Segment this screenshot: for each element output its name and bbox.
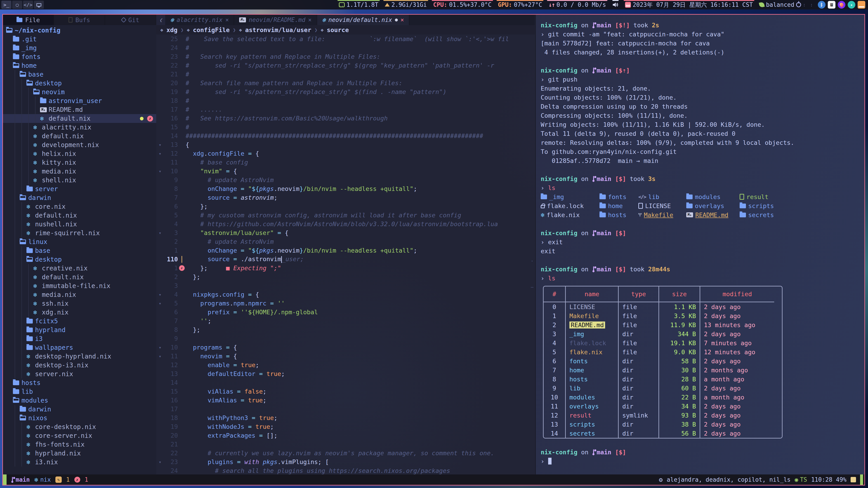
code-area[interactable]: · – 25# Save the selected text to a file… xyxy=(156,35,535,475)
tree-item[interactable]: neovim xyxy=(3,88,156,96)
code-line[interactable]: 7 source = astronvim; xyxy=(156,193,535,202)
tree-item[interactable]: wallpapers xyxy=(3,343,156,352)
code-line[interactable]: ▾13{ xyxy=(156,140,535,149)
tree-item[interactable]: ❄kitty.nix xyxy=(3,158,156,167)
tree-item[interactable]: desktop xyxy=(3,255,156,264)
tree-item[interactable]: ❄desktop-i3.nix xyxy=(3,361,156,369)
workspace-monitor-icon[interactable] xyxy=(34,1,44,9)
tree-item[interactable]: ~/nix-config xyxy=(3,26,156,35)
code-line[interactable]: 1✗ }; ■ Expecting ";" xyxy=(156,264,535,272)
tree-item[interactable]: ❄default.nix xyxy=(3,211,156,220)
neotree-tab-git[interactable]: Git xyxy=(105,15,156,25)
fold-chevron-icon[interactable]: ▾ xyxy=(156,142,164,148)
code-line[interactable]: 7 ''; xyxy=(156,317,535,325)
code-line[interactable]: 11 # base config xyxy=(156,158,535,167)
tree-item[interactable]: fonts xyxy=(3,53,156,61)
tree-item[interactable]: ❄default.nix xyxy=(3,132,156,140)
neotree-tab-file[interactable]: File xyxy=(3,15,54,25)
rime-input-icon[interactable]: Ш xyxy=(828,1,835,8)
code-line[interactable]: 15# xyxy=(156,123,535,131)
tree-item[interactable]: fcitx5 xyxy=(3,317,156,326)
buffer-tab[interactable]: M↓neovim/README.md× xyxy=(234,15,317,25)
fold-chevron-icon[interactable]: ▾ xyxy=(156,301,164,306)
tree-item[interactable]: nixos xyxy=(3,414,156,422)
code-line[interactable]: 9 xyxy=(156,334,535,343)
tree-item[interactable]: desktop xyxy=(3,79,156,88)
breadcrumb-item[interactable]: source xyxy=(327,26,349,33)
code-line[interactable]: 16# See https://astronvim.com/Basic%20Us… xyxy=(156,114,535,123)
tree-item[interactable]: ❄development.nix xyxy=(3,140,156,149)
code-line[interactable]: 3 xyxy=(156,281,535,290)
code-line[interactable]: 18 withPython3 = true; xyxy=(156,414,535,422)
code-line[interactable]: 25# Save the selected text to a file: `:… xyxy=(156,35,535,43)
power-profile[interactable]: balanced : : xyxy=(756,0,817,9)
tree-item[interactable]: ❄server.nix xyxy=(3,369,156,379)
code-line[interactable]: 6 }; xyxy=(156,202,535,211)
scrollbar-mark[interactable]: · xyxy=(531,258,533,264)
fold-chevron-icon[interactable]: ▾ xyxy=(156,151,164,156)
code-line[interactable]: ▾10 programs = { xyxy=(156,343,535,352)
tree-item[interactable]: ❄alacritty.nix xyxy=(3,123,156,132)
code-line[interactable]: 9 # update AstroNvim xyxy=(156,175,535,184)
code-line[interactable]: 21# xyxy=(156,70,535,78)
code-line[interactable]: 18# xyxy=(156,96,535,105)
volume[interactable] xyxy=(609,0,622,9)
code-line[interactable]: 6 prefix = ''${HOME}/.npm-global xyxy=(156,308,535,317)
code-line[interactable]: 21 xyxy=(156,440,535,449)
tree-item[interactable]: ❄immutable-file.nix xyxy=(3,282,156,290)
code-line[interactable]: 4 # https://github.com/AstroNvim/AstroNv… xyxy=(156,220,535,228)
code-line[interactable]: ▾5 programs.npm.npmrc = '' xyxy=(156,299,535,308)
tabline-scroll-left-icon[interactable]: ❮ xyxy=(156,15,165,25)
tree-item[interactable]: ❄default.nix xyxy=(3,273,156,282)
code-line[interactable]: 20 extraPackages = []; xyxy=(156,431,535,440)
tree-item[interactable]: M↓README.md xyxy=(3,105,156,114)
code-line[interactable]: 8 }; xyxy=(156,325,535,334)
tree-item[interactable]: modules xyxy=(3,396,156,405)
tree-item[interactable]: _img xyxy=(3,43,156,53)
fold-chevron-icon[interactable]: ▾ xyxy=(156,459,164,465)
tree-item[interactable]: .git xyxy=(3,35,156,43)
fold-chevron-icon[interactable]: ▾ xyxy=(156,168,164,174)
code-line[interactable]: 19 withNodeJs = true; xyxy=(156,422,535,431)
tree-item[interactable]: ❄media.nix xyxy=(3,290,156,299)
fold-chevron-icon[interactable]: ▾ xyxy=(156,354,164,359)
code-line[interactable]: 1 onChange = "${pkgs.neovim}/bin/nvim --… xyxy=(156,246,535,255)
workspace-terminal-icon[interactable]: >_ xyxy=(1,1,11,9)
fold-chevron-icon[interactable]: ▾ xyxy=(156,230,164,236)
breadcrumb-item[interactable]: astronvim/lua/user xyxy=(245,26,311,33)
code-line[interactable]: 5 # my cusotom astronvim config, astronv… xyxy=(156,211,535,220)
tree-item[interactable]: darwin xyxy=(3,405,156,414)
tree-item[interactable]: ❄media.nix xyxy=(3,167,156,176)
tree-item[interactable]: ❄nushell.nix xyxy=(3,220,156,229)
tree-item[interactable]: ❄i3.nix xyxy=(3,458,156,466)
code-line[interactable]: 16 vimAlias = true; xyxy=(156,396,535,404)
close-icon[interactable]: × xyxy=(225,17,229,23)
tree-item[interactable]: base xyxy=(3,246,156,255)
tree-item[interactable]: home xyxy=(3,61,156,70)
code-line[interactable]: 2 }; xyxy=(156,272,535,281)
code-line[interactable]: 22 # currently we use lazy.nvim as neovi… xyxy=(156,449,535,457)
code-line[interactable]: 2 # update AstroNvim xyxy=(156,237,535,246)
code-line[interactable]: 22# sed -ri "s/pattern_str/replace_str/g… xyxy=(156,61,535,70)
tree-item[interactable]: ❄desktop-hyprland.nix xyxy=(3,352,156,361)
tree-item[interactable]: hyprland xyxy=(3,326,156,334)
breadcrumb-item[interactable]: xdg xyxy=(166,26,178,33)
code-line[interactable]: ▾12 xdg.configFile = { xyxy=(156,149,535,158)
code-line[interactable]: 8 onChange = "${pkgs.neovim}/bin/nvim --… xyxy=(156,184,535,193)
tree-item[interactable]: ❄core-desktop.nix xyxy=(3,422,156,431)
tree-item[interactable]: ❄fhs-fonts.nix xyxy=(3,440,156,449)
code-line[interactable]: ▾23 plugins = with pkgs.vimPlugins; [ xyxy=(156,457,535,466)
tree-item[interactable]: base xyxy=(3,70,156,79)
fold-chevron-icon[interactable]: ▾ xyxy=(156,292,164,297)
tree-item[interactable]: ❄rime-squirrel.nix xyxy=(3,229,156,237)
code-line[interactable]: 24# xyxy=(156,43,535,52)
code-line[interactable]: ▾4 nixpkgs.config = { xyxy=(156,290,535,299)
bluetooth-icon[interactable]: ᛒ xyxy=(818,1,826,8)
tree-item[interactable]: ❄shell.nix xyxy=(3,176,156,185)
tree-item[interactable]: lib xyxy=(3,387,156,396)
tree-item[interactable]: ❄creative.nix xyxy=(3,264,156,273)
neotree-tab-bufs[interactable]: Bufs xyxy=(54,15,105,25)
code-line[interactable]: 12 enable = true; xyxy=(156,361,535,369)
code-line[interactable]: 23# Search key pattern and Replace in Mu… xyxy=(156,52,535,61)
close-icon[interactable]: × xyxy=(401,17,404,23)
